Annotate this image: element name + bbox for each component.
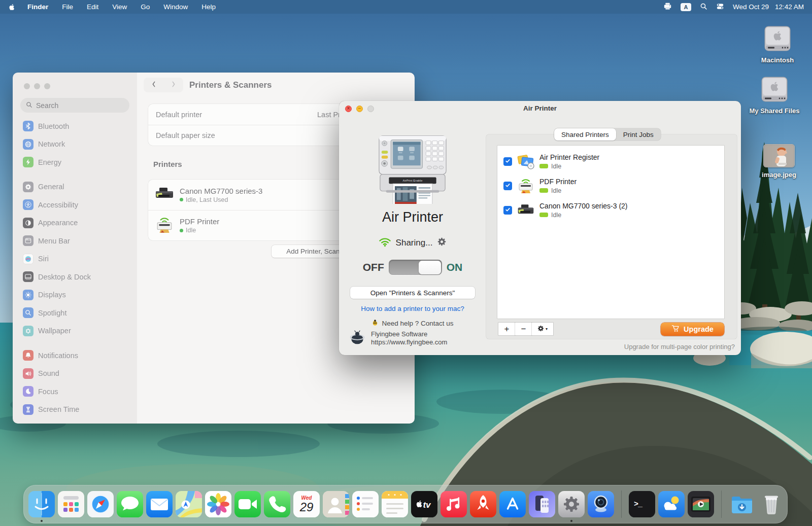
control-center-icon[interactable] [716,3,724,12]
upgrade-hint: Upgrade for multi-page color printing? [624,343,735,350]
open-printers-scanners-button[interactable]: Open "Printers & Scanners" [350,287,475,299]
dock-icon-contacts[interactable] [323,491,349,517]
title-bar[interactable]: × − Air Printer [339,101,741,116]
dock-icon-music[interactable] [441,491,467,517]
sidebar-item-wallpaper[interactable]: Wallpaper [20,322,129,340]
menu-item[interactable]: Edit [87,3,98,11]
contact-us[interactable]: Need help ? Contact us [339,319,486,328]
settings-sidebar: Search BluetoothNetworkEnergyGeneralAcce… [13,73,137,424]
desktop-icon-my-shared-files[interactable]: My Shared Files [747,76,802,115]
upgrade-button[interactable]: Upgrade [661,323,724,336]
printer-checkbox[interactable] [503,182,512,190]
sidebar-item-general[interactable]: General [20,178,129,196]
dock: Wed29tv>_ [23,485,788,523]
dock-icon-downloads[interactable] [729,491,755,517]
menu-clock[interactable]: Wed Oct 2912:42 AM [733,3,804,11]
dock-icon-weather[interactable] [658,491,685,517]
dock-icon-facetime[interactable] [234,491,261,517]
printer-checkbox[interactable] [503,206,512,215]
menu-item[interactable]: View [112,3,127,11]
menu-item[interactable]: Go [141,3,150,11]
air-printer-window: × − Air Printer AirPrint Enable Air Prin… [339,101,741,355]
sidebar-item-screentime[interactable]: Screen Time [20,401,129,419]
sidebar-item-siri[interactable]: Siri [20,250,129,268]
dock-icon-trash[interactable] [758,491,785,517]
shared-printer-row-register-printer[interactable]: Air Printer RegisterIdle [497,149,724,173]
dock-icon-finder[interactable] [28,491,55,517]
sidebar-item-sound[interactable]: Sound [20,365,129,383]
menu-item[interactable]: Window [163,3,188,11]
actions-button[interactable]: ▾ [532,323,553,335]
gear-icon [537,324,544,334]
sidebar-items: BluetoothNetworkEnergyGeneralAccessibili… [20,117,129,418]
window-controls[interactable] [24,83,50,89]
dock-icon-maps[interactable] [176,491,202,517]
dock-icon-terminal[interactable]: >_ [629,491,655,517]
dock-icon-tv[interactable]: tv [411,491,437,517]
dock-items: Wed29tv>_ [23,485,788,523]
dock-icon-calendar[interactable]: Wed29 [293,491,320,517]
sidebar-item-notifications[interactable]: Notifications [20,346,129,365]
printer-menu-icon[interactable] [663,3,672,12]
desktop-icon-image-jpeg[interactable]: image.jpeg [751,144,807,179]
dock-icon-reminders[interactable] [352,491,379,517]
sidebar-item-spotlight[interactable]: Spotlight [20,304,129,322]
svg-text:tv: tv [423,500,431,510]
how-to-add-printer-link[interactable]: How to add a printer to your mac? [339,305,486,312]
dock-icon-phone[interactable] [264,491,290,517]
sidebar-item-energy[interactable]: Energy [20,153,129,171]
sidebar-item-accessibility[interactable]: Accessibility [20,196,129,214]
sharing-toggle[interactable] [389,260,442,275]
back-icon[interactable] [152,81,156,90]
dock-icon-appstore[interactable] [499,491,526,517]
shared-printers-panel: Shared Printers Print Jobs Air Printer R… [486,134,737,339]
sidebar-item-displays[interactable]: Displays [20,286,129,304]
sidebar-item-appearance[interactable]: Appearance [20,214,129,232]
air-printer-left-pane: AirPrint Enable Air Printer Sharing... O… [339,116,486,328]
vendor-info: Flyingbee Software https://www.flyingbee… [348,329,447,347]
sharing-settings-icon[interactable] [437,237,447,249]
shared-printer-row-pdf-printer[interactable]: PDF PrinterIdle [497,173,724,198]
toggle-knob[interactable] [419,261,441,274]
menu-item[interactable]: Finder [27,3,48,11]
cart-icon [671,325,680,334]
vendor-url[interactable]: https://www.flyingbee.com [371,338,447,346]
sidebar-item-focus[interactable]: Focus [20,382,129,401]
sidebar-item-network[interactable]: Network [20,135,129,154]
sidebar-item-desktop-dock[interactable]: Desktop & Dock [20,268,129,286]
add-button[interactable]: + [498,323,515,335]
bee-icon [371,319,379,328]
dock-icon-safari[interactable] [87,491,114,517]
printers-header: Printers [153,160,182,168]
dock-icon-settings[interactable] [558,491,585,517]
remove-button[interactable]: − [515,323,532,335]
dock-icon-rocket[interactable] [470,491,496,517]
dock-icon-loupe[interactable] [588,491,614,517]
sidebar-item-menubar[interactable]: Menu Bar [20,232,129,250]
dock-icon-iphone-mirroring[interactable] [529,491,555,517]
dock-icon-launchpad[interactable] [58,491,84,517]
sidebar-item-bluetooth[interactable]: Bluetooth [20,117,129,135]
search-icon[interactable] [700,3,707,12]
forward-icon[interactable] [172,81,176,90]
dock-icon-photos[interactable] [205,491,231,517]
apple-menu-icon[interactable] [8,3,17,11]
dock-icon-notes[interactable] [382,491,408,517]
tab-shared-printers[interactable]: Shared Printers [554,128,616,141]
shared-printer-row-canon-printer[interactable]: Canon MG7700 series-3 (2)Idle [497,198,724,222]
on-label: ON [447,261,463,273]
printer-checkbox[interactable] [503,157,512,166]
menu-item[interactable]: Help [201,3,216,11]
dock-icon-messages[interactable] [117,491,143,517]
tab-print-jobs[interactable]: Print Jobs [616,128,661,141]
dock-icon-mail[interactable] [146,491,173,517]
menu-item[interactable]: File [62,3,73,11]
page-title: Printers & Scanners [189,80,272,90]
desktop-icon-macintosh[interactable]: Macintosh [750,25,805,64]
svg-text:>_: >_ [634,500,643,509]
nav-buttons[interactable] [144,78,183,92]
flyingbee-logo [348,329,367,347]
dock-icon-media[interactable] [688,491,714,517]
settings-search-field[interactable]: Search [20,98,129,113]
input-source-icon[interactable]: A [681,3,691,11]
